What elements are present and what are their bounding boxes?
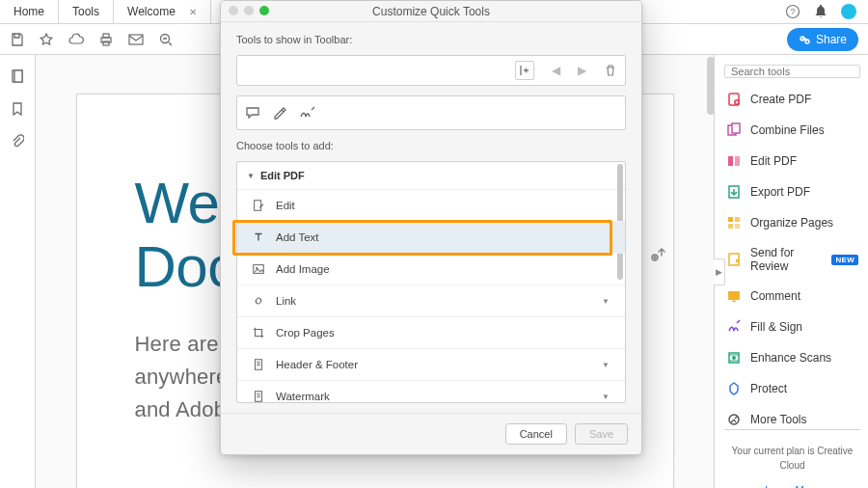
tool-icon (726, 319, 742, 335)
tool-item[interactable]: Combine Files (724, 121, 860, 140)
svg-rect-13 (728, 156, 733, 166)
comment-tool-icon[interactable] (245, 105, 260, 121)
tool-label: Edit PDF (750, 154, 797, 168)
print-icon[interactable] (98, 32, 114, 47)
crop-icon (251, 325, 266, 340)
choose-tool-label: Watermark (276, 391, 330, 402)
label-toolbar-tools: Tools to show in Toolbar: (236, 34, 626, 45)
save-icon[interactable] (10, 32, 25, 47)
tools-list: Create PDFCombine FilesEdit PDFExport PD… (724, 90, 860, 429)
tab-close-icon[interactable]: ✕ (189, 7, 197, 17)
modal-title: Customize Quick Tools (372, 5, 490, 18)
tool-item[interactable]: Export PDF (724, 182, 860, 202)
tool-item[interactable]: Send for ReviewNEW (724, 244, 860, 275)
avatar[interactable] (841, 4, 856, 19)
tool-label: Send for Review (750, 246, 819, 273)
choose-tool-label: Crop Pages (276, 327, 335, 339)
svg-rect-5 (129, 35, 143, 44)
window-minimize-icon (244, 6, 254, 15)
titlebar-actions: ? (773, 0, 868, 23)
cancel-button[interactable]: Cancel (505, 423, 567, 445)
tool-label: Organize Pages (750, 216, 833, 230)
svg-rect-4 (103, 41, 109, 45)
tool-item[interactable]: Fill & Sign (724, 317, 860, 337)
cloud-icon[interactable] (68, 32, 85, 47)
tool-item[interactable]: Comment (724, 286, 860, 306)
tool-item[interactable]: Edit PDF (724, 151, 860, 171)
tool-icon (726, 412, 742, 427)
share-label: Share (816, 33, 847, 46)
modal-titlebar[interactable]: Customize Quick Tools (221, 1, 641, 22)
choose-tool-row[interactable]: Crop Pages (237, 317, 625, 349)
tool-label: Create PDF (750, 93, 811, 106)
tool-icon (726, 350, 742, 366)
help-icon[interactable]: ? (785, 4, 800, 19)
bell-icon[interactable] (814, 4, 827, 19)
tool-label: Combine Files (750, 123, 825, 137)
tab-document[interactable]: Welcome ✕ (114, 0, 211, 23)
new-badge: NEW (831, 255, 858, 265)
tool-icon (726, 215, 742, 230)
tool-item[interactable]: Organize Pages (724, 213, 860, 232)
choose-tool-label: Link (276, 295, 296, 307)
tool-label: Enhance Scans (750, 351, 831, 365)
choose-tool-row[interactable]: Header & Footer▼ (237, 349, 625, 381)
add-to-toolbar-icon[interactable] (649, 246, 666, 263)
window-close-icon[interactable] (229, 6, 238, 15)
page-icon (251, 357, 266, 372)
panel-collapse-handle[interactable]: ▶ (714, 258, 725, 285)
bookmark-icon[interactable] (11, 101, 24, 117)
choose-tool-row[interactable]: Link▼ (237, 285, 625, 317)
tool-label: Protect (750, 382, 787, 395)
choose-tool-row[interactable]: Watermark▼ (237, 381, 625, 402)
tool-item[interactable]: Protect (724, 379, 860, 398)
choose-tool-label: Add Image (276, 263, 330, 275)
left-nav-rail (0, 55, 36, 488)
image-icon (251, 261, 266, 277)
link-icon (251, 293, 266, 309)
choose-tool-label: Header & Footer (276, 359, 358, 370)
mail-icon[interactable] (127, 32, 145, 47)
svg-text:?: ? (790, 7, 795, 16)
learn-more-link[interactable]: Learn More (724, 482, 860, 488)
svg-rect-14 (735, 156, 740, 166)
tool-icon (726, 153, 742, 169)
zoom-out-icon[interactable] (158, 32, 174, 47)
tool-item[interactable]: Create PDF (724, 90, 860, 109)
svg-rect-17 (735, 217, 740, 222)
choose-tool-row[interactable]: Add Text (237, 222, 625, 254)
attachment-icon[interactable] (11, 134, 24, 149)
thumbnails-icon[interactable] (10, 68, 25, 84)
tool-icon (726, 92, 742, 107)
svg-rect-18 (728, 224, 733, 229)
canvas-scrollbar[interactable] (707, 57, 714, 115)
choose-tool-row[interactable]: Edit (237, 190, 625, 222)
prev-icon[interactable]: ◀ (552, 64, 560, 77)
current-tools-shelf (236, 95, 626, 130)
svg-rect-19 (735, 224, 740, 229)
share-button[interactable]: Share (787, 28, 858, 51)
search-input[interactable] (724, 65, 860, 78)
svg-rect-26 (255, 201, 261, 211)
choose-tool-label: Edit (276, 200, 295, 211)
choose-tool-label: Add Text (276, 231, 319, 243)
tab-home[interactable]: Home (0, 0, 59, 23)
chevron-down-icon: ▼ (602, 297, 613, 306)
tool-item[interactable]: Enhance Scans (724, 348, 860, 367)
sign-tool-icon[interactable] (299, 105, 316, 121)
tool-label: Export PDF (750, 185, 810, 199)
next-icon[interactable]: ▶ (578, 64, 586, 77)
trash-icon[interactable] (604, 64, 617, 77)
svg-rect-30 (256, 392, 262, 402)
tool-icon (726, 184, 742, 200)
star-icon[interactable] (39, 32, 54, 47)
svg-rect-29 (256, 360, 262, 370)
highlight-tool-icon[interactable] (272, 105, 287, 121)
tab-tools[interactable]: Tools (59, 0, 114, 23)
choose-tool-row[interactable]: Add Image (237, 254, 625, 285)
tool-item[interactable]: More Tools (724, 410, 860, 429)
divider-add-icon[interactable] (515, 61, 534, 80)
window-zoom-icon[interactable] (259, 6, 269, 15)
tool-icon (726, 381, 742, 396)
tool-group-header[interactable]: ▼Edit PDF (237, 162, 625, 190)
